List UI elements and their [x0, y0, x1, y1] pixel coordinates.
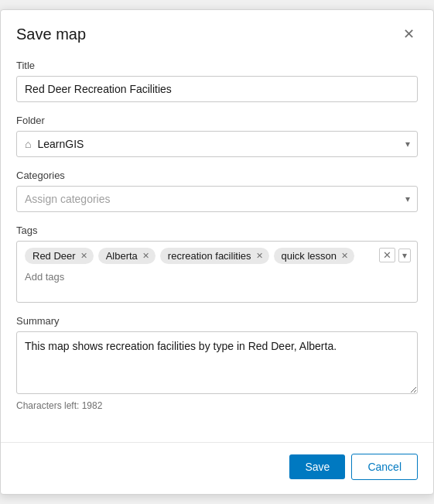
tag-alberta-remove[interactable]: ✕ — [142, 252, 149, 260]
dialog-body: Title Folder ⌂ LearnGIS ▾ Categories Ass… — [1, 55, 433, 439]
tags-clear-button[interactable]: ✕ — [379, 248, 395, 262]
tag-recreation-facilities: recreation facilities ✕ — [160, 248, 269, 264]
categories-label: Categories — [16, 170, 418, 181]
tags-clear-icon: ✕ — [383, 250, 391, 260]
add-tags-input[interactable] — [25, 269, 155, 285]
tag-quick-lesson-label: quick lesson — [282, 250, 337, 262]
folder-select[interactable]: ⌂ LearnGIS — [16, 131, 418, 157]
tag-remove-icon: ✕ — [142, 252, 149, 260]
tags-expand-button[interactable]: ▾ — [398, 249, 411, 262]
title-input[interactable] — [16, 76, 418, 102]
chars-left: Characters left: 1982 — [16, 400, 418, 411]
title-field-group: Title — [16, 60, 418, 102]
folder-value: LearnGIS — [37, 138, 84, 150]
categories-select[interactable]: Assign categories — [16, 186, 418, 212]
dialog-footer: Save Cancel — [1, 442, 433, 494]
tag-remove-icon: ✕ — [256, 252, 263, 260]
save-map-dialog: Save map ✕ Title Folder ⌂ LearnGIS ▾ Cat… — [0, 9, 434, 495]
tag-red-deer-remove[interactable]: ✕ — [80, 252, 87, 260]
tags-expand-icon: ▾ — [402, 251, 407, 260]
tag-quick-lesson-remove[interactable]: ✕ — [341, 252, 348, 260]
home-icon: ⌂ — [25, 138, 31, 150]
tags-row: Red Deer ✕ Alberta ✕ recreation faciliti… — [25, 248, 363, 285]
folder-select-wrapper: ⌂ LearnGIS ▾ — [16, 131, 418, 157]
cancel-button[interactable]: Cancel — [351, 454, 418, 480]
close-button[interactable]: ✕ — [400, 24, 418, 44]
tag-red-deer: Red Deer ✕ — [25, 248, 94, 264]
folder-field-group: Folder ⌂ LearnGIS ▾ — [16, 115, 418, 157]
tag-alberta: Alberta ✕ — [98, 248, 155, 264]
summary-label: Summary — [16, 315, 418, 327]
folder-label: Folder — [16, 115, 418, 126]
tag-remove-icon: ✕ — [80, 252, 87, 260]
summary-field-group: Summary Characters left: 1982 — [16, 315, 418, 411]
tags-container: Red Deer ✕ Alberta ✕ recreation faciliti… — [16, 241, 418, 303]
title-label: Title — [16, 60, 418, 71]
tag-recreation-facilities-remove[interactable]: ✕ — [256, 252, 263, 260]
tag-recreation-facilities-label: recreation facilities — [168, 250, 251, 262]
tag-red-deer-label: Red Deer — [32, 250, 76, 262]
tags-field-group: Tags Red Deer ✕ Alberta ✕ — [16, 225, 418, 303]
tag-remove-icon: ✕ — [341, 252, 348, 260]
categories-field-group: Categories Assign categories ▾ — [16, 170, 418, 212]
dialog-header: Save map ✕ — [1, 10, 433, 55]
dialog-title: Save map — [16, 26, 86, 43]
tags-label: Tags — [16, 225, 418, 236]
summary-textarea[interactable] — [16, 331, 418, 394]
categories-select-wrapper: Assign categories ▾ — [16, 186, 418, 212]
save-button[interactable]: Save — [289, 454, 345, 479]
categories-placeholder: Assign categories — [25, 193, 111, 205]
tags-controls: ✕ ▾ — [379, 248, 411, 262]
close-icon: ✕ — [403, 27, 415, 41]
tag-alberta-label: Alberta — [106, 250, 138, 262]
tag-quick-lesson: quick lesson ✕ — [274, 248, 355, 264]
